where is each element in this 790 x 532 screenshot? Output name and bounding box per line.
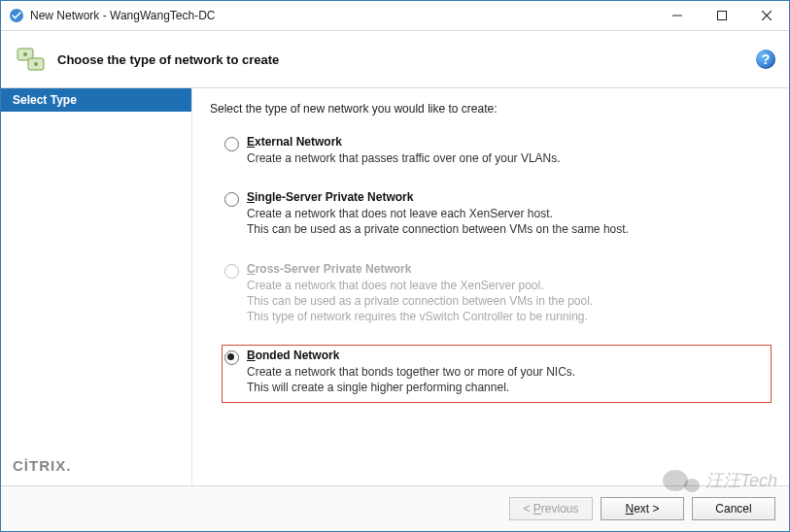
- wizard-header: Choose the type of network to create ?: [1, 31, 789, 87]
- step-select-type[interactable]: Select Type: [1, 88, 191, 112]
- option-label: External Network: [247, 135, 561, 149]
- option-bonded[interactable]: Bonded NetworkCreate a network that bond…: [222, 345, 772, 402]
- window-title: New Network - WangWangTech-DC: [30, 9, 216, 22]
- minimize-button[interactable]: [655, 1, 700, 30]
- option-label: Cross-Server Private Network: [247, 262, 593, 276]
- option-desc: Create a network that does not leave the…: [247, 278, 593, 325]
- dialog-window: New Network - WangWangTech-DC Choose the…: [0, 0, 790, 532]
- help-icon[interactable]: ?: [756, 50, 775, 69]
- citrix-logo: CİTRIX.: [1, 448, 191, 485]
- option-desc: Create a network that passes traffic ove…: [247, 150, 561, 166]
- close-button[interactable]: [744, 1, 789, 30]
- radio-cross: [224, 264, 239, 279]
- next-button[interactable]: Next >: [601, 497, 684, 520]
- maximize-button[interactable]: [700, 1, 744, 30]
- network-wizard-icon: [15, 43, 48, 76]
- option-cross: Cross-Server Private NetworkCreate a net…: [222, 258, 772, 332]
- option-desc: Create a network that bonds together two…: [247, 364, 575, 395]
- svg-rect-1: [672, 16, 682, 17]
- previous-button: < Previous: [509, 497, 593, 520]
- svg-point-6: [34, 62, 38, 66]
- svg-rect-2: [718, 12, 727, 20]
- radio-bonded[interactable]: [224, 350, 239, 365]
- option-label: Single-Server Private Network: [247, 190, 629, 204]
- radio-external[interactable]: [224, 137, 239, 151]
- network-type-options: External NetworkCreate a network that pa…: [210, 131, 772, 403]
- content-prompt: Select the type of new network you would…: [210, 102, 772, 116]
- page-title: Choose the type of network to create: [57, 52, 279, 67]
- radio-single[interactable]: [224, 192, 239, 207]
- wizard-footer: < Previous Next > Cancel: [1, 485, 789, 531]
- wizard-body: Select Type CİTRIX. Select the type of n…: [1, 87, 789, 485]
- svg-point-5: [23, 52, 27, 56]
- option-external[interactable]: External NetworkCreate a network that pa…: [222, 131, 772, 173]
- wizard-sidebar: Select Type CİTRIX.: [1, 88, 192, 485]
- titlebar: New Network - WangWangTech-DC: [1, 1, 789, 31]
- wizard-content: Select the type of new network you would…: [192, 88, 789, 485]
- option-desc: Create a network that does not leave eac…: [247, 206, 629, 237]
- app-icon: [9, 8, 24, 23]
- option-label: Bonded Network: [247, 349, 575, 362]
- cancel-button[interactable]: Cancel: [692, 497, 775, 520]
- option-single[interactable]: Single-Server Private NetworkCreate a ne…: [222, 186, 772, 244]
